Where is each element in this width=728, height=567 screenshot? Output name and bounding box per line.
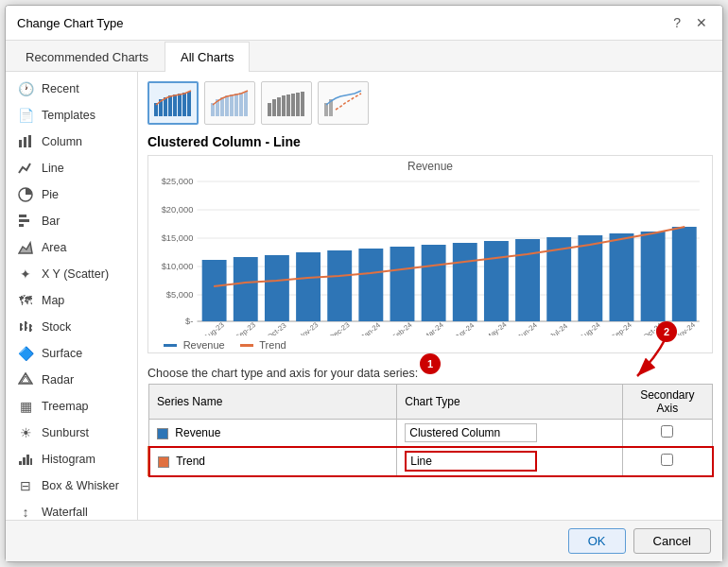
svg-text:Aug-24: Aug-24	[579, 320, 603, 335]
sidebar-item-box[interactable]: ⊟ Box & Whisker	[8, 472, 135, 499]
sidebar-label-recent: Recent	[42, 82, 79, 95]
svg-rect-2	[28, 135, 31, 147]
secondary-axis-checkbox-revenue[interactable]	[661, 425, 673, 438]
svg-text:Sep-23: Sep-23	[234, 320, 257, 335]
sidebar-label-pie: Pie	[42, 188, 59, 201]
close-button[interactable]: ✕	[692, 13, 711, 32]
svg-rect-21	[26, 455, 29, 465]
change-chart-type-dialog: Change Chart Type ? ✕ Recommended Charts…	[5, 5, 723, 562]
svg-text:Sep-24: Sep-24	[610, 320, 634, 335]
thumbnail-4[interactable]	[318, 81, 369, 125]
series-config-section: Choose the chart type and axis for your …	[147, 359, 713, 476]
sidebar-item-map[interactable]: 🗺 Map	[8, 287, 135, 314]
svg-text:Oct-23: Oct-23	[266, 321, 288, 335]
svg-rect-70	[327, 250, 352, 321]
svg-rect-66	[202, 260, 227, 321]
series-type-select-revenue[interactable]: Clustered Column Line	[405, 423, 537, 442]
sidebar-label-treemap: Treemap	[42, 400, 89, 413]
xy-icon: ✦	[17, 266, 34, 283]
sidebar-item-pie[interactable]: Pie	[8, 181, 135, 208]
sidebar-item-treemap[interactable]: ▦ Treemap	[8, 393, 135, 420]
svg-text:Nov-23: Nov-23	[296, 320, 320, 335]
svg-rect-46	[282, 95, 286, 116]
help-button[interactable]: ?	[669, 13, 685, 32]
chart-preview-title: Revenue	[156, 160, 704, 173]
sidebar-item-stock[interactable]: Stock	[8, 314, 135, 340]
series-type-select-trend[interactable]: Clustered Column Line	[405, 451, 537, 472]
svg-text:$15,000: $15,000	[162, 233, 194, 243]
sidebar-item-column[interactable]: Column	[8, 129, 135, 155]
sidebar-item-area[interactable]: Area	[8, 234, 135, 261]
svg-rect-0	[19, 140, 22, 147]
sidebar-label-area: Area	[42, 241, 66, 254]
svg-marker-17	[19, 373, 32, 384]
svg-rect-39	[230, 94, 234, 116]
sidebar-label-line: Line	[42, 162, 64, 175]
sidebar-item-waterfall[interactable]: ↕ Waterfall	[8, 499, 135, 520]
sidebar-item-radar[interactable]: Radar	[8, 367, 135, 393]
svg-rect-79	[610, 233, 634, 321]
series-charttype-revenue[interactable]: Clustered Column Line	[397, 420, 622, 447]
sidebar-item-templates[interactable]: 📄 Templates	[8, 102, 135, 129]
svg-rect-5	[19, 219, 29, 222]
secondary-axis-checkbox-trend[interactable]	[661, 454, 673, 466]
svg-rect-81	[672, 227, 697, 321]
thumbnail-3[interactable]	[261, 81, 312, 125]
svg-text:Feb-24: Feb-24	[390, 320, 414, 335]
svg-rect-72	[390, 247, 415, 321]
sidebar-label-surface: Surface	[42, 347, 82, 360]
sidebar-label-templates: Templates	[42, 109, 95, 122]
svg-text:Dec-23: Dec-23	[328, 320, 352, 335]
tab-all-charts[interactable]: All Charts	[165, 42, 250, 72]
dialog-body: 🕐 Recent 📄 Templates Column Line	[6, 72, 722, 520]
footer-buttons: OK Cancel	[6, 520, 722, 561]
sidebar-item-sunburst[interactable]: ☀ Sunburst	[8, 420, 135, 446]
thumbnail-1[interactable]	[147, 81, 199, 125]
svg-rect-27	[154, 103, 158, 116]
series-row-revenue: Revenue Clustered Column Line	[149, 420, 713, 447]
sunburst-icon: ☀	[17, 424, 34, 441]
sidebar-item-surface[interactable]: 🔷 Surface	[8, 340, 135, 367]
legend-trend: Trend	[240, 337, 286, 352]
sidebar-label-column: Column	[42, 135, 82, 148]
svg-rect-45	[277, 97, 281, 116]
sidebar-item-histogram[interactable]: Histogram	[8, 446, 135, 472]
series-table-wrapper: Series Name Chart Type Secondary Axis Re…	[147, 384, 713, 476]
sidebar-item-line[interactable]: Line	[8, 155, 135, 181]
sidebar-label-box: Box & Whisker	[42, 479, 119, 492]
ok-button[interactable]: OK	[568, 528, 626, 554]
arrow-annotation	[628, 338, 685, 386]
cancel-button[interactable]: Cancel	[633, 528, 711, 554]
svg-rect-35	[211, 103, 215, 116]
svg-rect-38	[225, 95, 229, 116]
svg-rect-73	[422, 245, 446, 321]
svg-rect-49	[296, 93, 300, 116]
chart-area: $25,000 $20,000 $15,000 $10,000 $5,000 $…	[156, 175, 704, 335]
box-icon: ⊟	[17, 477, 34, 494]
sidebar-label-radar: Radar	[42, 373, 74, 387]
series-charttype-trend[interactable]: Clustered Column Line	[397, 447, 622, 476]
series-secondary-revenue[interactable]	[622, 420, 712, 447]
svg-text:Jan-24: Jan-24	[359, 320, 383, 335]
thumbnail-2[interactable]	[204, 81, 255, 125]
series-name-trend: Trend	[149, 447, 397, 476]
svg-rect-74	[453, 243, 477, 321]
title-bar: Change Chart Type ? ✕	[6, 6, 722, 41]
sidebar-item-xy[interactable]: ✦ X Y (Scatter)	[8, 261, 135, 287]
sidebar: 🕐 Recent 📄 Templates Column Line	[6, 72, 138, 520]
sidebar-item-recent[interactable]: 🕐 Recent	[8, 76, 135, 102]
tab-recommended[interactable]: Recommended Charts	[9, 42, 165, 72]
svg-text:$5,000: $5,000	[166, 290, 194, 300]
chart-preview-inner: Revenue $25,000 $20,000 $15,000 $10,000 …	[148, 156, 712, 353]
legend-revenue: Revenue	[164, 337, 225, 352]
col-chart-type: Chart Type	[397, 385, 622, 420]
templates-icon: 📄	[17, 107, 34, 124]
svg-text:Mar-24: Mar-24	[422, 320, 445, 335]
sidebar-label-waterfall: Waterfall	[42, 506, 88, 519]
series-secondary-trend[interactable]	[622, 447, 712, 476]
sidebar-item-bar[interactable]: Bar	[8, 208, 135, 234]
treemap-icon: ▦	[17, 398, 34, 415]
svg-rect-40	[234, 94, 238, 116]
svg-text:$25,000: $25,000	[162, 177, 194, 186]
area-icon	[17, 239, 34, 256]
